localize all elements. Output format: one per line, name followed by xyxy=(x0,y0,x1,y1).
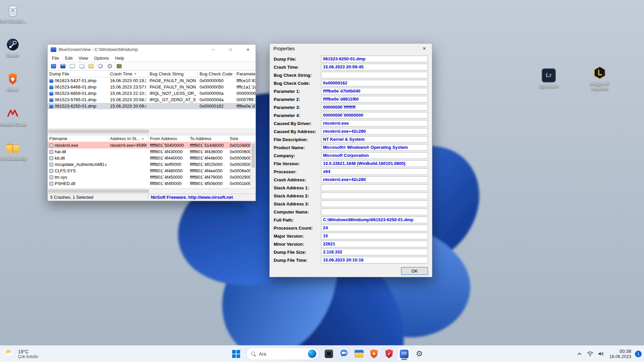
table-row[interactable]: 061523-6859-01.dmp15.06.2023 22:10:16IRQ… xyxy=(48,90,256,97)
taskbar-app-brave[interactable] xyxy=(367,347,381,361)
property-value-field[interactable] xyxy=(321,184,428,191)
property-value-field[interactable]: ntoskrnl.exe+42c280 xyxy=(321,128,428,135)
minimize-icon[interactable] xyxy=(206,45,221,54)
desktop-icon-zip-folder[interactable]: Yeni klasör.zip xyxy=(0,141,28,161)
maximize-icon[interactable] xyxy=(223,45,238,54)
property-value-field[interactable]: 15.06.2023 20:10:16 xyxy=(321,257,428,263)
save-icon[interactable] xyxy=(59,63,67,70)
table-row[interactable]: 061523-6250-01.dmp15.06.2023 20:09:450x0… xyxy=(48,103,256,109)
property-value-field[interactable]: 0x00000162 xyxy=(321,80,428,86)
property-value-field[interactable]: 061523-6250-01.dmp xyxy=(321,56,428,62)
search-input[interactable] xyxy=(259,351,305,357)
close-icon[interactable] xyxy=(417,44,432,54)
menu-item-file[interactable]: File xyxy=(49,56,62,61)
copy-icon[interactable] xyxy=(87,63,95,70)
table-row[interactable]: 061523-6468-01.dmp15.06.2023 23:57:00PAG… xyxy=(48,84,256,90)
properties-title-bar[interactable]: Properties xyxy=(270,44,432,54)
property-row: Stack Address 1: xyxy=(274,184,428,192)
property-value-field[interactable]: ffffbe0e`d7b0b040 xyxy=(321,88,428,95)
lower-vertical-scrollbar[interactable] xyxy=(251,142,256,188)
volume-icon[interactable] xyxy=(596,348,606,360)
start-button[interactable] xyxy=(229,347,243,361)
find-icon[interactable] xyxy=(96,63,104,70)
column-header[interactable]: Size xyxy=(228,135,256,142)
taskbar-app-file-explorer[interactable] xyxy=(352,347,366,361)
property-value-field[interactable]: 00000000`ffffffff xyxy=(321,104,428,111)
column-header[interactable]: To Address xyxy=(188,135,228,142)
column-header[interactable]: Address In St...▲ xyxy=(108,135,148,142)
html-report-icon[interactable] xyxy=(68,63,76,70)
property-value-field[interactable]: 15.06.2023 20:09:45 xyxy=(321,64,428,70)
column-header[interactable]: From Address xyxy=(148,135,188,142)
scrollbar-thumb[interactable] xyxy=(48,130,149,133)
table-row[interactable]: PSHED.dllfffff801`4f4f0000fffff801`4f50b… xyxy=(48,180,256,187)
export-icon[interactable] xyxy=(115,63,123,70)
table-row[interactable]: tm.sysfffff801`4f450000fffff801`4f479000… xyxy=(48,174,256,180)
taskbar-search[interactable] xyxy=(246,348,319,360)
taskbar-app-chat[interactable] xyxy=(337,347,351,361)
property-value-field[interactable]: NT Kernel & System xyxy=(321,136,428,143)
network-wifi-icon[interactable] xyxy=(586,348,595,360)
desktop-icon-steam[interactable]: Steam xyxy=(0,38,28,58)
scrollbar-thumb[interactable] xyxy=(48,189,149,193)
property-value-field[interactable]: 00000000`00000000 xyxy=(321,112,428,119)
desktop-icon-recycle-bin[interactable]: Geri Dönüşü... xyxy=(0,3,28,24)
desktop-icon-league-of-legends[interactable]: League of Legends xyxy=(585,66,614,91)
table-row[interactable]: CLFS.SYSfffff801`4f480000fffff801`4f4ee0… xyxy=(48,168,256,174)
close-icon[interactable] xyxy=(240,45,256,54)
taskbar-app-task-view[interactable] xyxy=(322,347,335,361)
property-value-field[interactable]: Microsoft Corporation xyxy=(321,152,428,159)
desktop-icon-brave[interactable]: Brave xyxy=(0,72,28,92)
property-value-field[interactable] xyxy=(321,200,428,207)
property-value-field[interactable]: C:\Windows\Minidump\061523-6250-01.dmp xyxy=(321,217,428,223)
property-value-field[interactable]: 15 xyxy=(321,233,428,239)
menu-item-options[interactable]: Options xyxy=(91,56,112,61)
property-value-field[interactable] xyxy=(321,208,428,215)
table-row[interactable]: 061523-5765-01.dmp15.06.2023 20:58:32IRQ… xyxy=(48,97,256,103)
property-value-field[interactable]: x64 xyxy=(321,168,428,175)
menu-item-help[interactable]: Help xyxy=(112,56,127,61)
advanced-options-icon[interactable] xyxy=(106,63,114,70)
bsv-title-bar[interactable]: BlueScreenView - C:\Windows\Minidump xyxy=(48,45,256,54)
column-header[interactable]: Bug Check String xyxy=(148,71,198,77)
document-icon[interactable] xyxy=(77,63,86,70)
table-row[interactable]: 061623-5437-01.dmp16.06.2023 00:19:23PAG… xyxy=(48,77,256,84)
property-value-field[interactable]: 24 xyxy=(321,225,428,231)
taskbar-app-security[interactable] xyxy=(382,347,396,361)
desktop-icon-assetto-corsa[interactable]: Assetto Corsa xyxy=(0,107,29,127)
scrollbar-thumb[interactable] xyxy=(252,143,255,168)
column-header[interactable]: Bug Check Code xyxy=(198,71,235,77)
menu-item-edit[interactable]: Edit xyxy=(62,56,75,61)
column-header[interactable]: Filename xyxy=(48,135,108,142)
notification-badge[interactable]: 1 xyxy=(635,351,642,357)
tray-chevron-icon[interactable] xyxy=(575,348,584,360)
desktop-icon-lightroom[interactable]: Lr Lightroom xyxy=(534,68,564,89)
table-cell: 061523-6859-01.dmp xyxy=(48,90,108,97)
column-header[interactable]: Dump File xyxy=(48,71,108,77)
clock[interactable]: 00:38 16.06.2023 xyxy=(607,349,634,359)
property-value-field[interactable] xyxy=(321,72,428,78)
menu-item-view[interactable]: View xyxy=(75,56,91,61)
taskbar-app-bluescreenview[interactable] xyxy=(397,347,411,361)
property-value-field[interactable]: ntoskrnl.exe+42c280 xyxy=(321,176,428,183)
column-header[interactable]: Parameter 1 xyxy=(235,71,256,77)
property-value-field[interactable]: 2.118.332 xyxy=(321,249,428,255)
ok-button[interactable]: OK xyxy=(401,267,428,275)
property-value-field[interactable]: ntoskrnl.exe xyxy=(321,120,428,127)
taskbar-app-settings[interactable] xyxy=(413,347,426,361)
table-row[interactable]: mcupdate_AuthenticAMD.dllfffff801`4eff00… xyxy=(48,161,256,168)
table-row[interactable]: hal.dllfffff801`4f430000fffff801`4f43600… xyxy=(48,148,256,155)
property-value-field[interactable]: 10.0.22621.1848 (WinBuild.160101.0800) xyxy=(321,160,428,167)
property-value-field[interactable]: Microsoft® Windows® Operating System xyxy=(321,144,428,151)
column-header[interactable]: Crash Time▼ xyxy=(108,71,148,77)
property-value-field[interactable] xyxy=(321,192,428,199)
table-row[interactable]: kd.dllfffff801`4f440000fffff801`4f44b000… xyxy=(48,155,256,161)
lower-horizontal-scrollbar[interactable] xyxy=(48,188,256,193)
property-value-field[interactable]: ffffbe0e`d8611f60 xyxy=(321,96,428,103)
table-row[interactable]: ntoskrnl.exentoskrnl.exe+459904fffff801`… xyxy=(48,142,256,148)
property-value-field[interactable]: 22621 xyxy=(321,241,428,247)
widgets-weather-button[interactable]: 19°C Çok bulutlu xyxy=(1,346,42,362)
upper-horizontal-scrollbar[interactable] xyxy=(48,128,256,134)
window-properties-icon[interactable] xyxy=(49,63,57,70)
weather-icon xyxy=(5,349,15,359)
